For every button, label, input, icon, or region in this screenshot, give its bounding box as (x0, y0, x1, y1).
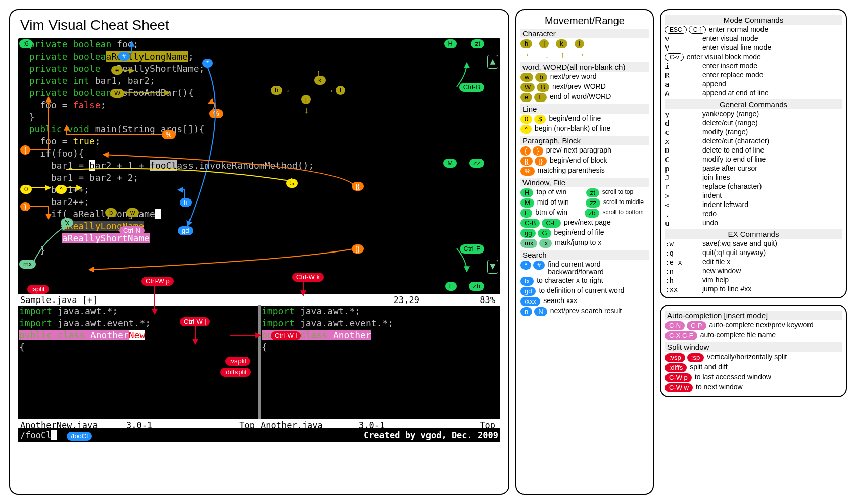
key-caret: ^ (56, 185, 67, 194)
key-: } (533, 146, 543, 156)
vim-editor-mock: private boolean foo; private booleaaReal… (18, 38, 500, 442)
char-keys: hjkl (520, 39, 589, 48)
key-G: G (538, 229, 551, 238)
key-pct: % (209, 109, 223, 118)
section-general: General Commands (665, 99, 842, 109)
desc: append (702, 80, 842, 88)
key-cwl: Ctrl-W l (271, 331, 301, 340)
key-CXCF: C-X C-F (665, 331, 697, 340)
section-ex: EX Commands (665, 229, 842, 239)
key-w: w (126, 208, 139, 217)
cmd-J: J (665, 174, 699, 182)
split-left: import java.awt.*; import java.awt.event… (18, 305, 261, 421)
key-zz: zz (469, 159, 484, 168)
key-zz: zz (586, 198, 600, 208)
key-l-nav: l (336, 86, 345, 95)
cmd-v: v (665, 35, 699, 43)
key-gd: gd (178, 226, 193, 235)
desc: redo (702, 210, 842, 218)
cmd-: > (665, 192, 699, 200)
arrow-down-icon: ↓ (545, 49, 549, 60)
desc: top of win (536, 188, 583, 196)
section-autocomplete: Auto-completion [insert mode] (665, 311, 842, 320)
section-split: Split window (665, 342, 842, 352)
cmd-: . (665, 210, 699, 218)
desc: yank/copy (range) (702, 110, 842, 118)
key-w: w (520, 73, 533, 82)
desc: to character x to right (537, 277, 649, 284)
movement-panel: Movement/Range Character hjkl ←↓↑→ word,… (515, 9, 654, 495)
desc: modify to end of line (702, 156, 842, 163)
key-N: N (534, 307, 547, 316)
cmd-xx: :xx (665, 285, 699, 293)
desc: enter visual mode (702, 35, 842, 42)
desc: auto-complete next/prev keyword (709, 321, 842, 329)
key-M: M (520, 198, 534, 208)
arrow-up-icon: ↑ (316, 67, 321, 79)
key-CtrlF: Ctrl-F (460, 244, 485, 254)
section-search: Search (520, 250, 649, 260)
desc: save(:wq save and quit) (702, 240, 842, 247)
key-: % (520, 167, 535, 176)
desc: new window (702, 267, 842, 275)
desc: enter visual block mode (687, 53, 842, 61)
cmd-: < (665, 201, 699, 209)
desc: next/prev search result (550, 307, 649, 315)
key-vsp: :vsp (665, 353, 685, 362)
key-j-nav: j (301, 95, 311, 104)
desc: begin/end of block (550, 157, 649, 164)
cmd-h: :h (665, 276, 699, 284)
key-star: * (202, 59, 213, 68)
desc: enter insert mode (702, 62, 842, 70)
desc: vertically/horizontally split (707, 353, 842, 361)
desc: mid of win (537, 198, 583, 206)
key-n: n (520, 307, 532, 316)
movement-heading: Movement/Range (520, 15, 649, 27)
cmd-text: /fooCl (20, 430, 51, 440)
arrow-up-icon: ↑ (560, 49, 565, 60)
key-k: k (556, 39, 567, 48)
desc: prev/next page (564, 219, 649, 226)
key-j: j (539, 39, 549, 48)
key-cwj: Ctrl-W j (180, 317, 210, 326)
desc: begin (non-blank) of line (535, 125, 649, 132)
key-E: E (534, 93, 547, 102)
key-W: W (520, 83, 535, 92)
key-Cv: C-v (665, 53, 684, 61)
section-para: Paragraph, Block (520, 136, 649, 145)
cmd-q: :q (665, 249, 699, 257)
arrow-left-icon: ← (285, 85, 294, 97)
desc: prev/ next paragraph (546, 146, 649, 154)
desc: delete/cut (character) (702, 137, 842, 145)
key-e: e (111, 66, 123, 75)
desc: mark/jump to x (555, 239, 649, 246)
key-B: B (537, 83, 549, 92)
desc: delete to end of line (702, 146, 842, 154)
key-W-big: W (110, 89, 124, 98)
credit-text: Created by vgod, Dec. 2009 (364, 429, 498, 441)
desc: undo (702, 219, 842, 227)
status-pct: 83% (480, 294, 495, 306)
arrow-down-icon: ↓ (304, 104, 309, 116)
arrow-right-icon: → (576, 49, 585, 60)
key-rsq: ]} (352, 244, 364, 254)
split-windows: import java.awt.*; import java.awt.event… (18, 305, 500, 421)
desc: edit file x (702, 258, 842, 266)
key-CWw: C-W w (665, 383, 693, 392)
section-line: Line (520, 104, 649, 114)
desc: modify (range) (702, 128, 842, 136)
key-pct2: % (162, 130, 176, 139)
char-arrows: ←↓↑→ (520, 49, 649, 60)
key-rbrace: } (20, 202, 30, 211)
key-vsplit: :vsplit (225, 357, 250, 366)
key-zb: zb (585, 209, 600, 218)
key-: $ (534, 115, 546, 124)
scroll-up-icon: ▲ (487, 55, 498, 69)
key-lsq: [{ (352, 182, 364, 191)
key-M: M (443, 159, 457, 168)
command-line: /fooCl /fooCl Created by vgod, Dec. 2009 (18, 428, 500, 442)
cmd-R: R (665, 71, 699, 79)
key-zb: zb (469, 282, 484, 291)
cmd-C: C (665, 156, 699, 164)
key-zt: zt (586, 188, 599, 197)
